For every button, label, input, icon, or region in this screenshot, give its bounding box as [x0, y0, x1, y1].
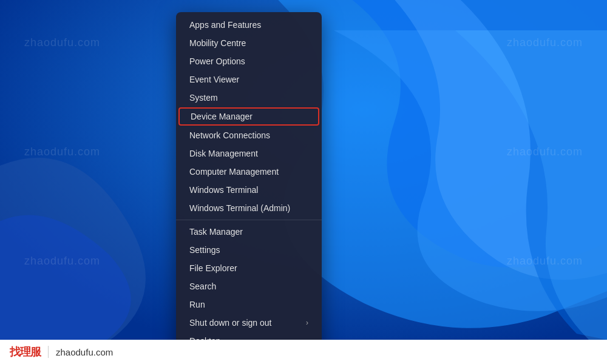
menu-item-windows-terminal-admin[interactable]: Windows Terminal (Admin) [176, 199, 322, 217]
menu-label-task-manager: Task Manager [189, 227, 243, 237]
menu-item-power-options[interactable]: Power Options [176, 52, 322, 70]
menu-label-shut-down: Shut down or sign out [189, 318, 271, 328]
chevron-right-icon: › [306, 318, 308, 327]
menu-item-device-manager[interactable]: Device Manager [178, 107, 319, 126]
bottom-bar-divider [48, 346, 49, 358]
menu-separator-2 [176, 220, 322, 220]
menu-label-mobility-centre: Mobility Centre [189, 38, 246, 48]
menu-item-computer-management[interactable]: Computer Management [176, 163, 322, 181]
menu-item-task-manager[interactable]: Task Manager [176, 223, 322, 241]
menu-item-apps-features[interactable]: Apps and Features [176, 16, 322, 34]
menu-item-run[interactable]: Run [176, 295, 322, 314]
menu-item-search[interactable]: Search [176, 277, 322, 295]
menu-label-device-manager: Device Manager [191, 112, 253, 121]
menu-item-event-viewer[interactable]: Event Viewer [176, 70, 322, 89]
menu-label-run: Run [189, 300, 205, 309]
menu-label-network-connections: Network Connections [189, 130, 270, 140]
menu-label-search: Search [189, 281, 216, 291]
menu-label-windows-terminal: Windows Terminal [189, 185, 258, 195]
menu-item-system[interactable]: System [176, 89, 322, 107]
menu-item-windows-terminal[interactable]: Windows Terminal [176, 181, 322, 199]
menu-label-windows-terminal-admin: Windows Terminal (Admin) [189, 203, 290, 213]
menu-label-system: System [189, 93, 218, 103]
menu-item-settings[interactable]: Settings [176, 241, 322, 259]
menu-item-disk-management[interactable]: Disk Management [176, 144, 322, 163]
site-logo: 找理服 [10, 345, 41, 359]
menu-label-disk-management: Disk Management [189, 149, 258, 158]
menu-label-power-options: Power Options [189, 56, 245, 66]
menu-item-mobility-centre[interactable]: Mobility Centre [176, 34, 322, 52]
menu-label-event-viewer: Event Viewer [189, 75, 239, 84]
menu-item-shut-down[interactable]: Shut down or sign out› [176, 314, 322, 332]
menu-label-settings: Settings [189, 245, 220, 255]
menu-item-file-explorer[interactable]: File Explorer [176, 259, 322, 277]
menu-label-apps-features: Apps and Features [189, 20, 261, 30]
site-url: zhaodufu.com [56, 347, 113, 357]
menu-item-network-connections[interactable]: Network Connections [176, 126, 322, 144]
context-menu: Apps and FeaturesMobility CentrePower Op… [176, 12, 322, 354]
menu-label-file-explorer: File Explorer [189, 263, 237, 273]
bottom-bar: 找理服 zhaodufu.com [0, 340, 607, 364]
menu-label-computer-management: Computer Management [189, 167, 279, 177]
